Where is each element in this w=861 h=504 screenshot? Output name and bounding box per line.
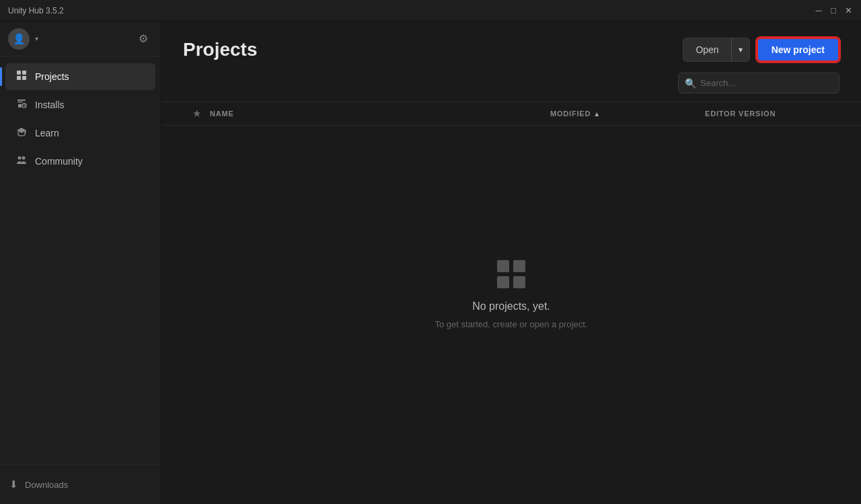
star-icon: ★ [192,108,201,120]
svg-point-11 [22,157,26,160]
gear-icon: ⚙ [139,32,148,45]
header-actions: Open ▾ New project [683,38,839,62]
svg-rect-5 [17,101,23,103]
star-column-header: ★ [183,108,210,120]
page-title: Projects [183,39,258,60]
close-button[interactable]: ✕ [844,6,853,15]
search-input-wrapper: 🔍 [678,73,839,93]
svg-rect-3 [22,76,26,80]
search-bar: 🔍 [161,73,861,101]
modified-column-header: MODIFIED ▲ [550,110,705,118]
empty-icon-square [513,260,525,272]
projects-icon [15,70,28,83]
sort-ascending-icon[interactable]: ▲ [593,110,601,118]
sidebar-item-label: Community [35,156,83,167]
downloads-item[interactable]: ⬇ Downloads [9,474,151,495]
main-header: Projects Open ▾ New project [161,22,861,73]
empty-icon-square [497,260,509,272]
app-title: Unity Hub 3.5.2 [8,6,64,15]
sidebar-item-learn[interactable]: Learn [5,120,155,146]
name-column-header: NAME [210,110,550,118]
svg-line-8 [24,106,25,106]
sidebar-header: 👤 ▾ ⚙ [0,22,161,56]
sidebar-item-label: Learn [35,128,59,138]
sidebar-footer: ⬇ Downloads [0,464,161,504]
main-content: Projects Open ▾ New project 🔍 ★ NAME MOD… [161,22,861,504]
community-icon [15,155,28,168]
table-header: ★ NAME MODIFIED ▲ EDITOR VERSION [161,101,861,126]
settings-button[interactable]: ⚙ [134,30,153,48]
open-button[interactable]: Open [683,38,731,62]
empty-icon-square [513,276,525,288]
avatar-dropdown-icon[interactable]: ▾ [35,35,38,42]
titlebar: Unity Hub 3.5.2 ─ □ ✕ [0,0,861,22]
chevron-down-icon: ▾ [739,45,743,54]
new-project-button[interactable]: New project [757,38,839,62]
search-input[interactable] [678,73,839,93]
empty-projects-icon [497,260,525,288]
search-icon: 🔍 [685,78,696,89]
editor-version-column-header: EDITOR VERSION [705,110,839,118]
avatar-button[interactable]: 👤 [8,28,30,50]
svg-rect-2 [17,76,21,80]
sidebar-item-installs[interactable]: Installs [5,91,155,118]
svg-rect-4 [17,99,26,101]
empty-state: No projects, yet. To get started, create… [161,126,861,504]
svg-point-10 [18,157,22,160]
sidebar-item-label: Projects [35,71,69,82]
installs-icon [15,98,28,112]
sidebar-item-label: Installs [35,99,65,110]
sidebar: 👤 ▾ ⚙ Projects [0,22,161,504]
avatar-icon: 👤 [13,33,26,45]
app-layout: 👤 ▾ ⚙ Projects [0,22,861,504]
downloads-icon: ⬇ [9,478,18,491]
empty-state-subtitle: To get started, create or open a project… [435,319,588,329]
downloads-label: Downloads [25,480,68,490]
svg-rect-0 [17,71,21,75]
sidebar-nav: Projects Installs [0,56,161,464]
window-controls: ─ □ ✕ [814,6,853,15]
svg-rect-1 [22,71,26,75]
learn-icon [15,126,28,140]
maximize-button[interactable]: □ [829,6,838,15]
minimize-button[interactable]: ─ [814,6,823,15]
open-dropdown-button[interactable]: ▾ [731,38,750,62]
empty-state-title: No projects, yet. [472,300,550,312]
empty-icon-square [497,276,509,288]
sidebar-item-community[interactable]: Community [5,148,155,175]
sidebar-item-projects[interactable]: Projects [5,63,155,90]
